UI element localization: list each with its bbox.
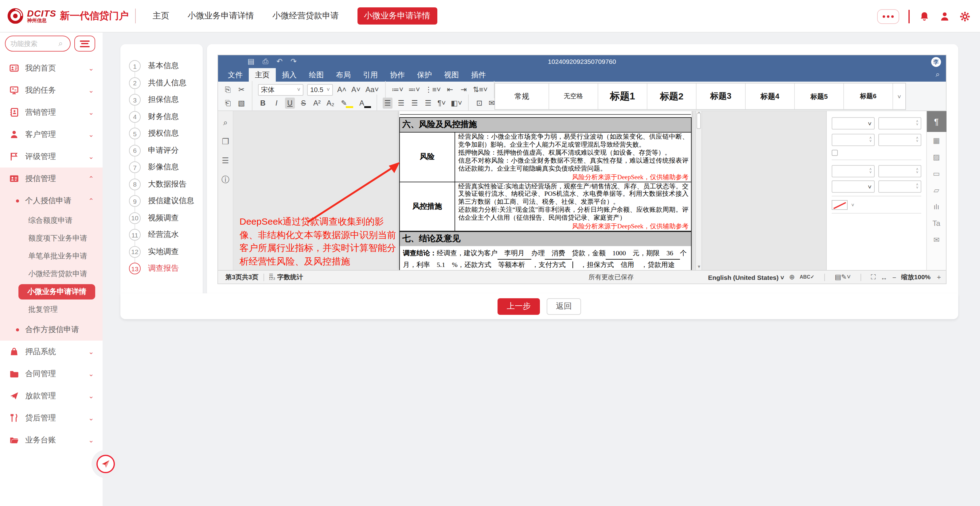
style-7[interactable]: 标题6 <box>844 84 893 109</box>
editor-tab-5[interactable]: 引用 <box>357 68 384 82</box>
more-menu-icon[interactable] <box>877 9 899 24</box>
shapes-panel-icon[interactable]: ▱ <box>927 182 946 198</box>
sidebar-item-14[interactable]: 押品系统⌄ <box>0 341 103 363</box>
grow-font-icon[interactable]: A˄ <box>337 84 347 95</box>
spellcheck-abc-icon[interactable]: ABC✓ <box>800 274 815 280</box>
chart-panel-icon[interactable]: ılı <box>927 198 946 215</box>
sidebar-item-4[interactable]: 评级管理⌄ <box>0 146 103 168</box>
step-item-7[interactable]: 7影像信息 <box>120 159 203 176</box>
info-icon[interactable]: ⓘ <box>221 176 229 184</box>
textart-panel-icon[interactable]: Ta <box>927 215 946 232</box>
copy-icon[interactable]: ⎗ <box>223 98 233 109</box>
shrink-font-icon[interactable]: A˅ <box>351 84 361 95</box>
step-item-10[interactable]: 10视频调查 <box>120 209 203 227</box>
sidebar-item-5[interactable]: 授信管理⌃ <box>0 168 103 190</box>
chevron-up-icon[interactable]: ⌃ <box>88 197 94 205</box>
editor-tab-6[interactable]: 协作 <box>384 68 411 82</box>
chevron-down-icon[interactable]: ⌄ <box>88 370 94 378</box>
step-item-12[interactable]: 12实地调查 <box>120 243 203 260</box>
same-style-checkbox[interactable] <box>832 150 838 156</box>
sidebar-item-11[interactable]: 小微业务申请详情 <box>0 283 103 301</box>
editor-tab-3[interactable]: 绘图 <box>303 68 330 82</box>
step-item-13[interactable]: 13调查报告 <box>120 260 203 277</box>
user-icon[interactable] <box>939 11 950 22</box>
scroll-down-icon[interactable]: ▾ <box>696 264 702 270</box>
sidebar-active-item[interactable]: 小微业务申请详情 <box>18 284 95 300</box>
font-size-select[interactable]: 10.5˅ <box>307 84 333 95</box>
nav-tab-2[interactable]: 小微经营贷款申请 <box>272 10 339 22</box>
align-right-icon[interactable]: ☰ <box>410 98 420 109</box>
nav-tab-1[interactable]: 小微业务申请详情 <box>188 10 254 22</box>
indent-right-stepper[interactable]: ˄˅ <box>878 165 921 178</box>
paragraph-panel-icon[interactable]: ¶ <box>927 111 946 132</box>
indent-icon[interactable]: ⇥ <box>459 84 469 95</box>
bold-icon[interactable]: B <box>258 98 268 109</box>
zoom-level[interactable]: 缩放100% <box>901 273 931 281</box>
chevron-down-icon[interactable]: ⌄ <box>88 64 94 72</box>
chevron-down-icon[interactable]: ⌄ <box>88 152 94 160</box>
edit-mode-icon[interactable]: ▤✎˅ <box>835 273 851 281</box>
style-6[interactable]: 标题5 <box>795 84 844 109</box>
settings-gear-icon[interactable] <box>959 11 970 22</box>
word-count-label[interactable]: 字数统计 <box>277 273 303 281</box>
underline-icon[interactable]: U <box>285 98 295 109</box>
line-spacing-select[interactable]: ˅ <box>832 117 875 130</box>
indent-left-stepper[interactable]: ˄˅ <box>832 165 875 178</box>
chevron-down-icon[interactable]: ⌄ <box>88 108 94 116</box>
sidebar-item-7[interactable]: 综合额度申请 <box>0 212 103 230</box>
sidebar-item-13[interactable]: 合作方授信申请 <box>0 319 103 341</box>
justify-icon[interactable]: ☰ <box>423 98 433 109</box>
previous-step-button[interactable]: 上一步 <box>498 298 540 314</box>
paste-icon[interactable]: ⎘ <box>223 84 233 95</box>
editor-tab-2[interactable]: 插入 <box>276 68 303 82</box>
paragraph-mark-icon[interactable]: ¶˅ <box>437 98 447 109</box>
chevron-down-icon[interactable]: ⌄ <box>88 414 94 422</box>
sidebar-item-9[interactable]: 单笔单批业务申请 <box>0 247 103 265</box>
style-0[interactable]: 常规 <box>495 84 549 109</box>
bullet-list-icon[interactable]: ≔˅ <box>391 84 404 95</box>
chevron-down-icon[interactable]: ⌄ <box>88 130 94 138</box>
swatch-chevron-icon[interactable]: ˅ <box>851 202 854 208</box>
zoom-out-icon[interactable]: − <box>892 273 896 281</box>
editor-tab-4[interactable]: 布局 <box>330 68 357 82</box>
special-format-select[interactable]: ˅ <box>832 181 875 193</box>
chevron-down-icon[interactable]: ⌄ <box>88 86 94 94</box>
sidebar-item-2[interactable]: 营销管理⌄ <box>0 101 103 123</box>
fit-width-icon[interactable]: ↔ <box>880 273 887 281</box>
nav-tab-3[interactable]: 小微业务申请详情 <box>357 7 437 25</box>
editor-search-icon[interactable]: ⌕ <box>936 70 940 79</box>
sidebar-item-17[interactable]: 贷后管理⌄ <box>0 407 103 429</box>
image-panel-icon[interactable]: ▨ <box>927 149 946 165</box>
chevron-down-icon[interactable]: ⌄ <box>88 348 94 355</box>
style-4[interactable]: 标题3 <box>697 84 746 109</box>
line-spacing-icon[interactable]: ⇅≡˅ <box>473 84 488 95</box>
step-item-9[interactable]: 9授信建议信息 <box>120 193 203 209</box>
sidebar-item-16[interactable]: 放款管理⌄ <box>0 385 103 407</box>
format-painter-icon[interactable]: ⊡ <box>474 98 484 109</box>
page-panel-icon[interactable]: ▭ <box>927 165 946 182</box>
align-left-icon[interactable]: ☰ <box>383 98 393 109</box>
table-panel-icon[interactable]: ▦ <box>927 132 946 149</box>
document-scrollbar[interactable]: ▴ ▾ <box>695 111 702 270</box>
font-select[interactable]: 宋体˅ <box>258 84 304 95</box>
align-center-icon[interactable]: ☰ <box>396 98 406 109</box>
editor-tab-1[interactable]: 主页 <box>249 68 276 82</box>
language-selector[interactable]: English (United States) ˅ <box>708 273 784 281</box>
background-color-swatch[interactable] <box>832 200 848 210</box>
collaborator-avatar[interactable]: 李 <box>931 57 941 67</box>
sidebar-item-6[interactable]: 个人授信申请⌃ <box>0 190 103 212</box>
function-search-input[interactable] <box>10 40 58 47</box>
sidebar-item-3[interactable]: 客户管理⌄ <box>0 123 103 146</box>
sidebar-item-12[interactable]: 批复管理 <box>0 301 103 319</box>
editor-tab-7[interactable]: 保护 <box>411 68 438 82</box>
superscript-icon[interactable]: A² <box>312 98 322 109</box>
chevron-down-icon[interactable]: ⌄ <box>88 392 94 400</box>
sidebar-item-8[interactable]: 额度项下业务申请 <box>0 230 103 247</box>
back-button[interactable]: 返回 <box>547 298 581 314</box>
special-format-stepper[interactable]: ˄˅ <box>878 181 921 193</box>
editor-tab-0[interactable]: 文件 <box>222 68 249 82</box>
editor-tab-8[interactable]: 视图 <box>438 68 465 82</box>
sidebar-item-18[interactable]: 业务台账⌄ <box>0 429 103 451</box>
fill-color-icon[interactable]: ◧˅ <box>450 98 463 109</box>
select-icon[interactable]: ▧ <box>237 98 246 109</box>
